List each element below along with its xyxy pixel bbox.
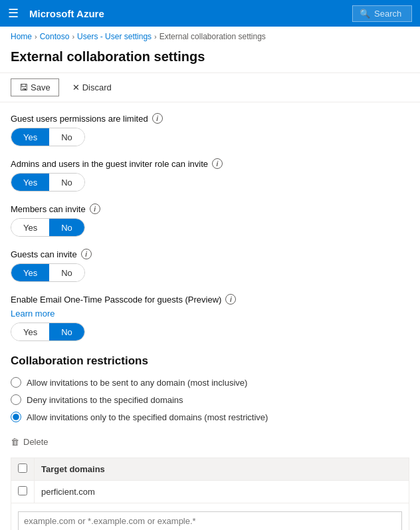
toggle-yes-guest[interactable]: Yes	[11, 128, 49, 146]
setting-email-passcode: Enable Email One-Time Passcode for guest…	[11, 294, 409, 341]
radio-deny-specified-input[interactable]	[11, 394, 21, 405]
info-icon-guest[interactable]: i	[152, 113, 163, 124]
app-title: Microsoft Azure	[29, 8, 352, 19]
breadcrumb-sep-3: ›	[154, 33, 157, 41]
breadcrumb-sep-1: ›	[35, 33, 37, 41]
setting-label-admin: Admins and users in the guest inviter ro…	[11, 158, 409, 169]
save-label: Save	[31, 82, 51, 92]
radio-allow-specified-label: Allow invitations only to the specified …	[27, 412, 268, 422]
toggle-email-passcode: Yes No	[11, 323, 85, 341]
table-row: perficient.com	[11, 481, 409, 503]
discard-label: Discard	[82, 82, 112, 92]
toggle-admin-invite: Yes No	[11, 173, 85, 192]
delete-button[interactable]: 🗑 Delete	[11, 434, 49, 450]
learn-more-link[interactable]: Learn more	[11, 309, 409, 319]
search-icon: 🔍	[360, 9, 370, 19]
search-label: Search	[374, 9, 401, 19]
table-header-domains: Target domains	[35, 458, 409, 481]
toggle-no-guest[interactable]: No	[49, 128, 84, 146]
radio-allow-specified[interactable]: Allow invitations only to the specified …	[11, 412, 409, 422]
table-header-checkbox-cell	[11, 458, 35, 481]
save-button[interactable]: 🖫 Save	[11, 78, 59, 96]
breadcrumb-sep-2: ›	[72, 33, 74, 41]
delete-icon: 🗑	[11, 437, 19, 447]
discard-button[interactable]: ✕ Discard	[67, 79, 117, 96]
save-icon: 🖫	[19, 82, 28, 92]
info-icon-guests[interactable]: i	[81, 249, 92, 259]
setting-guests-invite: Guests can invite i Yes No	[11, 249, 409, 282]
collaboration-restrictions-title: Collaboration restrictions	[11, 354, 409, 368]
breadcrumb-home[interactable]: Home	[11, 32, 32, 41]
table-input-row	[11, 503, 409, 531]
radio-deny-specified-label: Deny invitations to the specified domain…	[27, 395, 183, 405]
delete-label: Delete	[23, 437, 49, 447]
setting-admin-invite: Admins and users in the guest inviter ro…	[11, 158, 409, 192]
toggle-guest-permissions: Yes No	[11, 128, 85, 146]
radio-any-domain-label: Allow invitations to be sent to any doma…	[27, 378, 247, 388]
setting-label-guests: Guests can invite i	[11, 249, 409, 259]
discard-icon: ✕	[72, 82, 80, 92]
select-all-checkbox[interactable]	[18, 464, 27, 473]
toggle-yes-email[interactable]: Yes	[11, 323, 49, 340]
radio-group-domains: Allow invitations to be sent to any doma…	[11, 377, 409, 422]
setting-guest-permissions: Guest users permissions are limited i Ye…	[11, 113, 409, 146]
toggle-no-members[interactable]: No	[49, 219, 84, 236]
toggle-yes-guests[interactable]: Yes	[11, 264, 49, 281]
top-bar: ☰ Microsoft Azure 🔍 Search	[0, 0, 420, 27]
page-title: External collaboration settings	[0, 47, 420, 72]
breadcrumb: Home › Contoso › Users - User settings ›…	[0, 27, 420, 47]
toggle-guests-invite: Yes No	[11, 263, 85, 282]
info-icon-admin[interactable]: i	[212, 158, 223, 169]
toggle-yes-admin[interactable]: Yes	[11, 174, 49, 191]
radio-any-domain-input[interactable]	[11, 377, 21, 388]
setting-label-guest: Guest users permissions are limited i	[11, 113, 409, 124]
row-checkbox[interactable]	[18, 486, 27, 495]
domain-input[interactable]	[18, 511, 402, 530]
row-checkbox-cell	[11, 481, 35, 503]
info-icon-members[interactable]: i	[90, 203, 100, 214]
domain-value: perficient.com	[35, 481, 409, 503]
toolbar: 🖫 Save ✕ Discard	[0, 72, 420, 102]
domains-table: Target domains perficient.com	[11, 458, 409, 530]
radio-any-domain[interactable]: Allow invitations to be sent to any doma…	[11, 377, 409, 388]
toggle-yes-members[interactable]: Yes	[11, 219, 49, 236]
setting-label-email: Enable Email One-Time Passcode for guest…	[11, 294, 409, 305]
breadcrumb-current: External collaboration settings	[159, 32, 266, 41]
content-area: Guest users permissions are limited i Ye…	[0, 113, 420, 530]
radio-allow-specified-input[interactable]	[11, 412, 21, 422]
toggle-no-guests[interactable]: No	[49, 264, 84, 281]
table-header-row: Target domains	[11, 458, 409, 481]
radio-deny-specified[interactable]: Deny invitations to the specified domain…	[11, 394, 409, 405]
search-box[interactable]: 🔍 Search	[352, 5, 412, 22]
toggle-members-invite: Yes No	[11, 218, 85, 237]
toggle-no-email[interactable]: No	[49, 323, 84, 340]
info-icon-email[interactable]: i	[225, 294, 236, 305]
toggle-no-admin[interactable]: No	[49, 174, 84, 191]
setting-members-invite: Members can invite i Yes No	[11, 203, 409, 237]
domain-input-cell	[11, 503, 409, 531]
setting-label-members: Members can invite i	[11, 203, 409, 214]
breadcrumb-contoso[interactable]: Contoso	[40, 32, 70, 41]
breadcrumb-user-settings[interactable]: Users - User settings	[77, 32, 152, 41]
hamburger-icon[interactable]: ☰	[8, 6, 19, 21]
